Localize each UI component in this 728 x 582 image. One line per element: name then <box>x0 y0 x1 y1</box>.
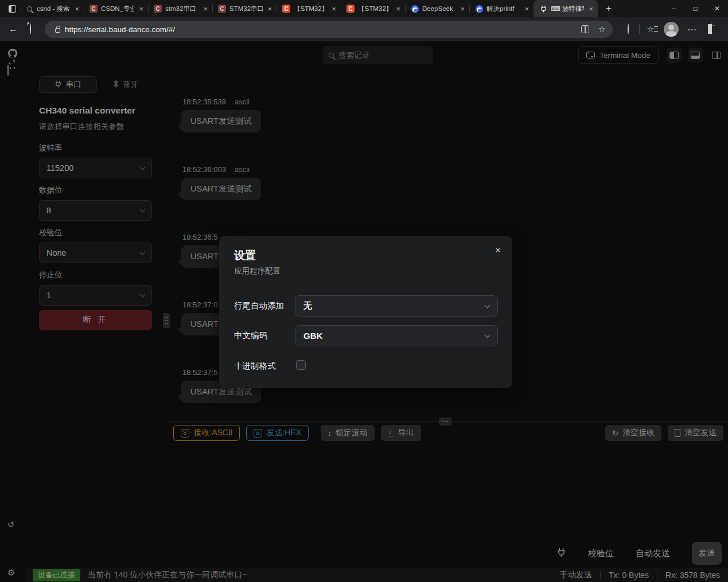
close-icon[interactable]: × <box>266 5 273 13</box>
address-bar[interactable]: https://serial.baud-dance.com/#/ ☆ <box>45 21 613 38</box>
url-text[interactable]: https://serial.baud-dance.com/#/ <box>65 25 581 34</box>
encoding-select[interactable]: GBK <box>295 325 498 346</box>
sidebar-toggle-icon[interactable] <box>703 24 720 34</box>
tab-baud-dance-active[interactable]: ⌨ 波特律动 × <box>534 0 598 17</box>
chevron-down-icon <box>485 302 490 308</box>
tab-deepseek[interactable]: DeepSeek × <box>405 0 469 17</box>
plug-icon <box>539 5 547 13</box>
close-icon[interactable]: × <box>523 5 530 13</box>
close-window-button[interactable]: ✕ <box>706 0 728 17</box>
whale-icon <box>411 5 419 13</box>
browser-nav-bar: ← https://serial.baud-dance.com/#/ ☆ ☆ ⋯ <box>0 17 728 41</box>
close-icon[interactable]: × <box>395 5 402 13</box>
tab-actions-icon <box>9 5 16 13</box>
chevron-down-icon <box>485 332 490 338</box>
more-menu-icon[interactable]: ⋯ <box>683 24 700 35</box>
close-icon[interactable]: × <box>202 5 209 13</box>
refresh-icon[interactable] <box>22 24 39 34</box>
favorite-star-icon[interactable]: ☆ <box>598 24 606 34</box>
csdn-icon: C <box>89 5 98 13</box>
extensions-icon[interactable] <box>620 24 637 34</box>
modal-subtitle: 应用程序配置 <box>234 266 281 276</box>
tab-csdn-3[interactable]: C STM32串口 × <box>212 0 277 17</box>
tab-actions-button[interactable] <box>5 2 20 15</box>
encoding-label: 中文编码 <box>234 330 267 341</box>
close-icon[interactable]: × <box>138 5 145 13</box>
new-tab-button[interactable]: + <box>601 1 616 16</box>
tab-csnd[interactable]: csnd - 搜索 × <box>20 0 84 17</box>
split-screen-icon[interactable] <box>581 25 589 33</box>
csdn-icon: C <box>218 5 226 13</box>
close-icon[interactable]: × <box>459 5 466 13</box>
close-icon[interactable]: × <box>495 245 501 256</box>
close-icon[interactable]: × <box>73 5 80 13</box>
minimize-button[interactable]: – <box>663 0 684 17</box>
maximize-button[interactable]: □ <box>684 0 706 17</box>
search-icon <box>25 5 33 13</box>
tab-printf[interactable]: 解决printf × <box>469 0 534 17</box>
divider <box>639 24 640 34</box>
close-icon[interactable]: × <box>330 5 337 13</box>
browser-tab-strip: csnd - 搜索 × C CSDN_专业 × C stm32串口 × C ST… <box>0 0 728 17</box>
tab-csdn-1[interactable]: C CSDN_专业 × <box>84 0 148 17</box>
line-ending-select[interactable]: 无 <box>295 295 498 317</box>
back-icon[interactable]: ← <box>5 24 22 34</box>
window-controls: – □ ✕ <box>663 0 728 17</box>
csdn-icon: C <box>347 5 355 13</box>
serial-app-page: ↺ ⚙ 串口 蓝牙 CH340 serial converter 请选择串口连接… <box>0 41 728 582</box>
csdn-icon: C <box>154 5 162 13</box>
tab-csdn-5[interactable]: C 【STM32】 × <box>341 0 405 17</box>
whale-icon <box>475 5 483 13</box>
lock-icon <box>55 28 60 33</box>
decimal-format-checkbox[interactable] <box>296 360 306 370</box>
avatar[interactable] <box>664 22 679 37</box>
close-icon[interactable]: × <box>587 5 594 13</box>
decimal-format-label: 十进制格式 <box>234 361 276 372</box>
csdn-icon: C <box>282 5 290 13</box>
line-ending-label: 行尾自动添加 <box>234 300 284 311</box>
modal-title: 设置 <box>234 248 256 263</box>
favorites-bar-icon[interactable]: ☆ <box>642 24 659 34</box>
tab-csdn-2[interactable]: C stm32串口 × <box>148 0 212 17</box>
settings-modal: 设置 应用程序配置 × 行尾自动添加 无 中文编码 GBK 十进制格式 <box>219 236 512 388</box>
tab-csdn-4[interactable]: C 【STM32】 × <box>277 0 341 17</box>
